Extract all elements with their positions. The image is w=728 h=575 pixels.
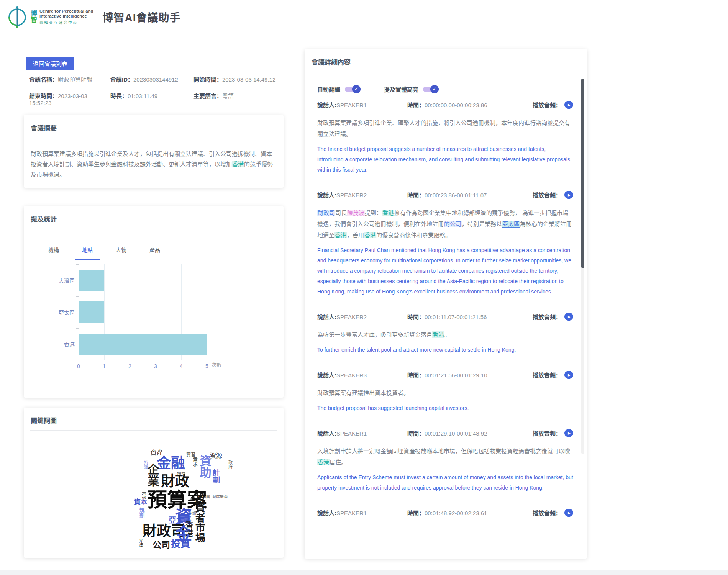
- transcript-entry-header: 說話人:SPEAKER1時間：00:01:29.10-00:01:48.92播放…: [317, 429, 573, 437]
- meeting-info-item: 主要語言：粵語: [193, 92, 234, 106]
- chart-category-label: 亞太區: [49, 308, 75, 316]
- speaker-field: 說話人:SPEAKER1: [317, 101, 407, 109]
- chart-tick-label: 1: [103, 363, 106, 369]
- info-label: 開始時間：: [193, 76, 222, 83]
- entity-loc[interactable]: 香港: [364, 232, 376, 238]
- cloud-word: 香港: [184, 520, 193, 537]
- scrollbar-thumb[interactable]: [581, 79, 584, 268]
- page-bottom-scrollbar[interactable]: [0, 570, 728, 575]
- transcript-en: Applicants of the Entry Scheme must inve…: [317, 472, 573, 493]
- info-value: 粵語: [222, 93, 234, 99]
- entity-loc[interactable]: 香港: [432, 331, 444, 338]
- tab-產品[interactable]: 產品: [143, 246, 167, 260]
- entity-loc[interactable]: 香港: [382, 210, 394, 216]
- time-field: 時間：00:01:21.56-00:01:29.10: [407, 371, 533, 379]
- detail-card: 會議詳細內容 自動翻譯✓提及實體高亮✓ 說話人:SPEAKER1時間：00:00…: [305, 49, 587, 559]
- play-audio-button[interactable]: ▶: [564, 371, 573, 379]
- entity-loc[interactable]: 香港: [232, 161, 244, 167]
- cloud-word: 金融: [157, 456, 185, 471]
- cloud-word: 企業: [146, 464, 159, 487]
- chart-tick-label: 3: [154, 363, 157, 369]
- audio-field: 播放音頻：▶: [533, 429, 573, 437]
- audio-label: 播放音頻：: [533, 509, 561, 517]
- speaker-label: 說話人:: [317, 314, 336, 320]
- cloud-word: 實習: [186, 452, 195, 457]
- audio-label: 播放音頻：: [533, 429, 561, 437]
- mentions-card-title: 提及統計: [24, 206, 284, 229]
- text-segment: 財政預算案建議多項引進企業、匯聚人才的措施，將引入公司遷冊機制，本年度内進行諮詢…: [317, 120, 570, 137]
- play-audio-button[interactable]: ▶: [564, 101, 573, 109]
- logo-char-bottom: 智: [31, 17, 37, 23]
- chart-tick-label: 0: [77, 363, 80, 369]
- time-field: 時間：00:00:00.00-00:00:23.86: [407, 101, 533, 109]
- text-segment: 為咗第一步豐富人才庫，吸引更多新資金落戶: [317, 331, 432, 338]
- info-label: 主要語言：: [193, 93, 222, 99]
- wordcloud: 資產實習金融需求資源資助政府持續企業提交財政計劃跨國發展機遇未來資本規劃預算案申…: [24, 408, 284, 558]
- time-label: 時間：: [407, 192, 425, 198]
- audio-field: 播放音頻：▶: [533, 371, 573, 379]
- audio-label: 播放音頻：: [533, 101, 561, 109]
- transcript-entry: 說話人:SPEAKER1時間：00:00:00.00-00:00:23.86播放…: [317, 93, 573, 183]
- audio-label: 播放音頻：: [533, 313, 561, 321]
- entity-loc[interactable]: 香港: [317, 459, 330, 465]
- bar-chart-ticks: 012345: [79, 363, 207, 371]
- speaker-value: SPEAKER2: [336, 314, 367, 320]
- time-label: 時間：: [407, 430, 425, 437]
- transcript-entry-header: 說話人:SPEAKER2時間：00:01:11.07-00:01:21.56播放…: [317, 313, 573, 321]
- cloud-word: 投資者市場: [194, 493, 204, 542]
- speaker-field: 說話人:SPEAKER3: [317, 371, 407, 379]
- info-label: 會議ID：: [110, 76, 133, 83]
- entity-loc[interactable]: 香港: [334, 232, 347, 238]
- time-label: 時間：: [407, 510, 425, 516]
- play-audio-button[interactable]: ▶: [564, 509, 573, 517]
- meeting-info-row: 結束時間：2023-03-03 15:52:23時長：01:03:11.49主要…: [24, 92, 292, 106]
- toggle-check-icon: ✓: [352, 85, 361, 93]
- tab-機構[interactable]: 機構: [41, 246, 66, 260]
- info-value: 財政預算匯報: [58, 76, 92, 83]
- time-field: 時間：00:01:11.07-00:01:21.56: [407, 313, 533, 321]
- toggle-group: 提及實體高亮✓: [384, 85, 442, 93]
- transcript-en: The financial budget proposal suggests a…: [317, 144, 573, 175]
- entity-org[interactable]: 財政司: [317, 210, 335, 216]
- play-audio-button[interactable]: ▶: [564, 191, 573, 199]
- entity-loc-u[interactable]: 亞太區: [502, 221, 520, 228]
- entity-org[interactable]: 的公司: [444, 221, 462, 227]
- transcript-entry-header: 說話人:SPEAKER3時間：00:01:21.56-00:01:29.10播放…: [317, 371, 573, 379]
- play-audio-button[interactable]: ▶: [564, 313, 573, 321]
- speaker-field: 說話人:SPEAKER2: [317, 191, 407, 199]
- summary-card-title: 會議摘要: [24, 115, 284, 138]
- transcript-en: Financial Secretary Paul Chan mentioned …: [317, 245, 573, 297]
- speaker-field: 說話人:SPEAKER1: [317, 509, 407, 517]
- transcript-entry-header: 說話人:SPEAKER1時間：00:00:00.00-00:00:23.86播放…: [317, 101, 573, 109]
- speaker-label: 說話人:: [317, 102, 336, 108]
- transcript-entry-header: 說話人:SPEAKER2時間：00:00:23.86-00:01:11.07播放…: [317, 191, 573, 199]
- speaker-label: 說話人:: [317, 372, 336, 378]
- chart-gridline: [207, 264, 207, 360]
- transcript-zh: 財政預算案建議多項引進企業、匯聚人才的措施，將引入公司遷冊機制，本年度内進行諮詢…: [317, 117, 573, 139]
- chart-axis-tick: [76, 264, 79, 265]
- info-value: 2023-03-03 14:49:12: [222, 76, 275, 83]
- cloud-word: 政府: [228, 460, 232, 469]
- back-to-meeting-list-button[interactable]: 返回會議列表: [26, 57, 74, 70]
- speaker-field: 說話人:SPEAKER1: [317, 429, 407, 437]
- play-audio-button[interactable]: ▶: [564, 429, 573, 437]
- entity-highlight-toggle[interactable]: ✓: [423, 87, 437, 92]
- tab-人物[interactable]: 人物: [109, 246, 133, 260]
- entity-person[interactable]: 陳茂波: [347, 210, 365, 216]
- cloud-word: 發展機遇: [212, 495, 228, 499]
- transcript-entry: 說話人:SPEAKER2時間：00:00:23.86-00:01:11.07播放…: [317, 183, 573, 305]
- auto-translate-toggle[interactable]: ✓: [345, 87, 359, 92]
- speaker-value: SPEAKER1: [336, 102, 367, 108]
- audio-field: 播放音頻：▶: [533, 101, 573, 109]
- text-segment: ，特別是業務以: [462, 221, 502, 227]
- tab-地點[interactable]: 地點: [75, 246, 100, 260]
- chart-row: 香港: [79, 328, 207, 360]
- toggle-label: 提及實體高亮: [384, 85, 418, 93]
- time-value: 00:01:29.10-00:01:48.92: [425, 430, 487, 437]
- chart-tick-label: 2: [128, 363, 131, 369]
- divider: [30, 229, 277, 229]
- time-label: 時間：: [407, 372, 425, 378]
- text-segment: ，善用: [347, 232, 364, 238]
- chart-axis-tick: [76, 328, 79, 329]
- app-title: 博智AI會議助手: [103, 9, 181, 25]
